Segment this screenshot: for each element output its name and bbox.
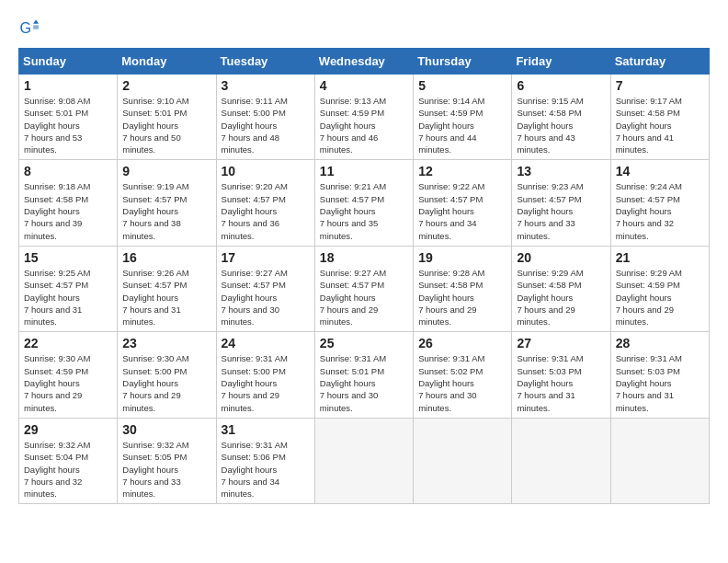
calendar-week-2: 8 Sunrise: 9:18 AM Sunset: 4:58 PM Dayli… bbox=[19, 160, 710, 246]
calendar-week-4: 22 Sunrise: 9:30 AM Sunset: 4:59 PM Dayl… bbox=[19, 332, 710, 418]
day-number: 12 bbox=[418, 164, 506, 178]
day-cell-19: 19 Sunrise: 9:28 AM Sunset: 4:58 PM Dayl… bbox=[414, 246, 512, 331]
day-cell-17: 17 Sunrise: 9:27 AM Sunset: 4:57 PM Dayl… bbox=[216, 246, 314, 331]
day-cell-20: 20 Sunrise: 9:29 AM Sunset: 4:58 PM Dayl… bbox=[512, 246, 610, 331]
day-cell-10: 10 Sunrise: 9:20 AM Sunset: 4:57 PM Dayl… bbox=[216, 160, 314, 246]
day-info: Sunrise: 9:31 AM Sunset: 5:02 PM Dayligh… bbox=[418, 352, 506, 413]
day-info: Sunrise: 9:31 AM Sunset: 5:03 PM Dayligh… bbox=[517, 352, 605, 413]
weekday-header-tuesday: Tuesday bbox=[216, 49, 314, 75]
day-number: 9 bbox=[122, 164, 210, 178]
day-cell-3: 3 Sunrise: 9:11 AM Sunset: 5:00 PM Dayli… bbox=[216, 75, 314, 160]
day-info: Sunrise: 9:32 AM Sunset: 5:04 PM Dayligh… bbox=[24, 439, 112, 500]
day-info: Sunrise: 9:31 AM Sunset: 5:01 PM Dayligh… bbox=[320, 352, 408, 413]
day-info: Sunrise: 9:08 AM Sunset: 5:01 PM Dayligh… bbox=[24, 95, 112, 155]
day-info: Sunrise: 9:29 AM Sunset: 4:58 PM Dayligh… bbox=[517, 267, 605, 327]
day-info: Sunrise: 9:32 AM Sunset: 5:05 PM Dayligh… bbox=[122, 439, 210, 500]
svg-marker-2 bbox=[33, 25, 39, 29]
day-cell-26: 26 Sunrise: 9:31 AM Sunset: 5:02 PM Dayl… bbox=[414, 332, 512, 418]
day-number: 25 bbox=[320, 336, 408, 350]
calendar-week-3: 15 Sunrise: 9:25 AM Sunset: 4:57 PM Dayl… bbox=[19, 246, 710, 331]
day-cell-11: 11 Sunrise: 9:21 AM Sunset: 4:57 PM Dayl… bbox=[314, 160, 413, 246]
day-info: Sunrise: 9:27 AM Sunset: 4:57 PM Dayligh… bbox=[320, 267, 408, 327]
day-info: Sunrise: 9:30 AM Sunset: 4:59 PM Dayligh… bbox=[24, 352, 112, 413]
day-info: Sunrise: 9:23 AM Sunset: 4:57 PM Dayligh… bbox=[517, 180, 605, 241]
weekday-header-friday: Friday bbox=[512, 49, 610, 75]
day-cell-25: 25 Sunrise: 9:31 AM Sunset: 5:01 PM Dayl… bbox=[314, 332, 413, 418]
day-number: 10 bbox=[222, 164, 310, 178]
day-cell-7: 7 Sunrise: 9:17 AM Sunset: 4:58 PM Dayli… bbox=[610, 75, 709, 160]
day-number: 13 bbox=[517, 164, 605, 178]
day-number: 14 bbox=[616, 164, 704, 178]
day-cell-18: 18 Sunrise: 9:27 AM Sunset: 4:57 PM Dayl… bbox=[314, 246, 413, 331]
day-info: Sunrise: 9:31 AM Sunset: 5:03 PM Dayligh… bbox=[616, 352, 704, 413]
empty-cell bbox=[314, 418, 413, 503]
day-number: 1 bbox=[24, 78, 112, 93]
weekday-header-thursday: Thursday bbox=[414, 49, 512, 75]
day-info: Sunrise: 9:14 AM Sunset: 4:59 PM Dayligh… bbox=[418, 95, 506, 155]
empty-cell bbox=[610, 418, 709, 503]
day-cell-29: 29 Sunrise: 9:32 AM Sunset: 5:04 PM Dayl… bbox=[19, 418, 118, 503]
day-info: Sunrise: 9:29 AM Sunset: 4:59 PM Dayligh… bbox=[616, 267, 704, 327]
day-number: 2 bbox=[122, 78, 210, 93]
day-cell-22: 22 Sunrise: 9:30 AM Sunset: 4:59 PM Dayl… bbox=[19, 332, 118, 418]
day-number: 31 bbox=[222, 422, 310, 437]
day-info: Sunrise: 9:21 AM Sunset: 4:57 PM Dayligh… bbox=[320, 180, 408, 241]
day-cell-14: 14 Sunrise: 9:24 AM Sunset: 4:57 PM Dayl… bbox=[610, 160, 709, 246]
day-number: 16 bbox=[122, 250, 210, 265]
day-cell-27: 27 Sunrise: 9:31 AM Sunset: 5:03 PM Dayl… bbox=[512, 332, 610, 418]
day-info: Sunrise: 9:13 AM Sunset: 4:59 PM Dayligh… bbox=[320, 95, 408, 155]
day-cell-15: 15 Sunrise: 9:25 AM Sunset: 4:57 PM Dayl… bbox=[19, 246, 118, 331]
day-number: 27 bbox=[517, 336, 605, 350]
day-cell-13: 13 Sunrise: 9:23 AM Sunset: 4:57 PM Dayl… bbox=[512, 160, 610, 246]
day-number: 19 bbox=[418, 250, 506, 265]
day-cell-2: 2 Sunrise: 9:10 AM Sunset: 5:01 PM Dayli… bbox=[118, 75, 216, 160]
day-number: 8 bbox=[24, 164, 112, 178]
day-info: Sunrise: 9:19 AM Sunset: 4:57 PM Dayligh… bbox=[122, 180, 210, 241]
day-info: Sunrise: 9:11 AM Sunset: 5:00 PM Dayligh… bbox=[222, 95, 310, 155]
day-info: Sunrise: 9:25 AM Sunset: 4:57 PM Dayligh… bbox=[24, 267, 112, 327]
day-number: 20 bbox=[517, 250, 605, 265]
day-cell-9: 9 Sunrise: 9:19 AM Sunset: 4:57 PM Dayli… bbox=[118, 160, 216, 246]
day-number: 4 bbox=[320, 78, 408, 93]
calendar-week-1: 1 Sunrise: 9:08 AM Sunset: 5:01 PM Dayli… bbox=[19, 75, 710, 160]
day-number: 30 bbox=[122, 422, 210, 437]
day-info: Sunrise: 9:22 AM Sunset: 4:57 PM Dayligh… bbox=[418, 180, 506, 241]
page-header: G bbox=[18, 18, 710, 39]
calendar-week-5: 29 Sunrise: 9:32 AM Sunset: 5:04 PM Dayl… bbox=[19, 418, 710, 503]
day-number: 28 bbox=[616, 336, 704, 350]
day-cell-31: 31 Sunrise: 9:31 AM Sunset: 5:06 PM Dayl… bbox=[216, 418, 314, 503]
day-cell-6: 6 Sunrise: 9:15 AM Sunset: 4:58 PM Dayli… bbox=[512, 75, 610, 160]
day-number: 3 bbox=[222, 78, 310, 93]
day-number: 18 bbox=[320, 250, 408, 265]
day-cell-24: 24 Sunrise: 9:31 AM Sunset: 5:00 PM Dayl… bbox=[216, 332, 314, 418]
day-cell-23: 23 Sunrise: 9:30 AM Sunset: 5:00 PM Dayl… bbox=[118, 332, 216, 418]
day-cell-5: 5 Sunrise: 9:14 AM Sunset: 4:59 PM Dayli… bbox=[414, 75, 512, 160]
day-number: 17 bbox=[222, 250, 310, 265]
day-number: 23 bbox=[122, 336, 210, 350]
day-info: Sunrise: 9:18 AM Sunset: 4:58 PM Dayligh… bbox=[24, 180, 112, 241]
day-number: 6 bbox=[517, 78, 605, 93]
day-number: 24 bbox=[222, 336, 310, 350]
calendar-table: SundayMondayTuesdayWednesdayThursdayFrid… bbox=[18, 48, 710, 504]
day-cell-16: 16 Sunrise: 9:26 AM Sunset: 4:57 PM Dayl… bbox=[118, 246, 216, 331]
day-number: 22 bbox=[24, 336, 112, 350]
day-number: 26 bbox=[418, 336, 506, 350]
svg-marker-1 bbox=[33, 19, 39, 23]
day-number: 7 bbox=[616, 78, 704, 93]
day-cell-12: 12 Sunrise: 9:22 AM Sunset: 4:57 PM Dayl… bbox=[414, 160, 512, 246]
weekday-header-saturday: Saturday bbox=[610, 49, 709, 75]
day-number: 5 bbox=[418, 78, 506, 93]
weekday-header-monday: Monday bbox=[118, 49, 216, 75]
day-cell-4: 4 Sunrise: 9:13 AM Sunset: 4:59 PM Dayli… bbox=[314, 75, 413, 160]
svg-text:G: G bbox=[19, 19, 31, 36]
empty-cell bbox=[512, 418, 610, 503]
day-info: Sunrise: 9:20 AM Sunset: 4:57 PM Dayligh… bbox=[222, 180, 310, 241]
day-info: Sunrise: 9:28 AM Sunset: 4:58 PM Dayligh… bbox=[418, 267, 506, 327]
day-number: 21 bbox=[616, 250, 704, 265]
day-info: Sunrise: 9:17 AM Sunset: 4:58 PM Dayligh… bbox=[616, 95, 704, 155]
day-cell-28: 28 Sunrise: 9:31 AM Sunset: 5:03 PM Dayl… bbox=[610, 332, 709, 418]
empty-cell bbox=[414, 418, 512, 503]
day-info: Sunrise: 9:31 AM Sunset: 5:06 PM Dayligh… bbox=[222, 439, 310, 500]
day-number: 11 bbox=[320, 164, 408, 178]
day-info: Sunrise: 9:27 AM Sunset: 4:57 PM Dayligh… bbox=[222, 267, 310, 327]
